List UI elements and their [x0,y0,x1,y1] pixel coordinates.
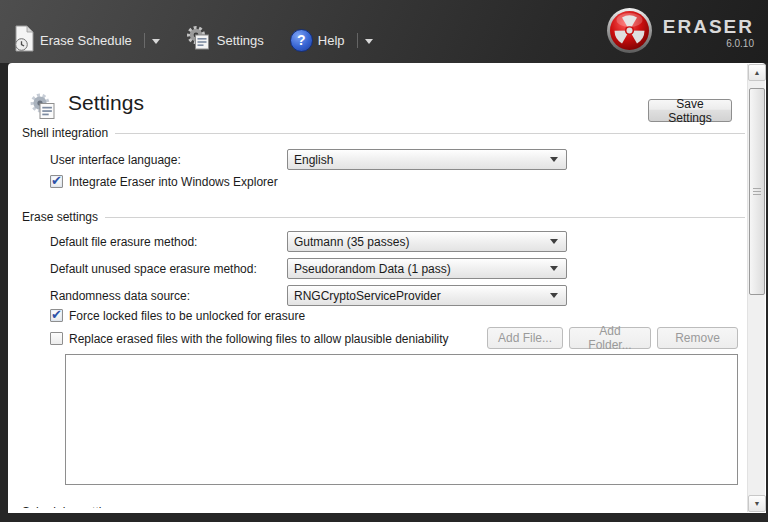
scroll-down-icon: ▼ [754,500,761,507]
vertical-scrollbar[interactable]: ▲ ▼ [747,64,765,512]
force-locked-label: Force locked files to be unlocked for er… [69,309,305,323]
section-erase-settings: Erase settings [22,210,745,224]
settings-gear-icon [186,25,212,55]
erase-schedule-icon [14,25,35,56]
section-divider [105,217,745,218]
chevron-down-icon [550,266,558,271]
chevron-down-icon [550,239,558,244]
section-shell-integration: Shell integration [22,126,745,140]
randomness-source-select[interactable]: RNGCryptoServiceProvider [287,285,567,306]
language-value: English [288,153,550,167]
add-folder-button[interactable]: Add Folder... [569,327,651,349]
erase-schedule-label: Erase Schedule [40,33,132,48]
app-version: 6.0.10 [663,38,754,49]
section-scheduler-title: Scheduler settings [22,505,121,508]
replace-files-checkbox[interactable] [50,332,63,345]
settings-page: Settings Save Settings Shell integration… [8,63,766,513]
unused-space-method-label: Default unused space erasure method: [50,262,257,276]
toolbar-separator [144,33,145,48]
scroll-up-icon: ▲ [754,69,761,76]
randomness-source-value: RNGCryptoServiceProvider [288,289,550,303]
unused-space-method-select[interactable]: Pseudorandom Data (1 pass) [287,258,567,279]
chevron-down-icon[interactable] [365,39,373,44]
default-file-method-select[interactable]: Gutmann (35 passes) [287,231,567,252]
replace-files-row: Replace erased files with the following … [50,332,449,346]
header-bar: Erase Schedule Setti [0,0,768,63]
help-label: Help [318,33,345,48]
replace-files-label: Replace erased files with the following … [69,332,449,346]
section-divider [115,133,745,134]
add-file-button[interactable]: Add File... [487,327,563,349]
language-select[interactable]: English [287,149,567,170]
integrate-explorer-checkbox[interactable] [50,175,63,188]
unused-space-method-value: Pseudorandom Data (1 pass) [288,262,550,276]
force-locked-row: Force locked files to be unlocked for er… [50,309,305,323]
scrollbar-grip-icon [753,188,761,196]
integrate-explorer-row: Integrate Eraser into Windows Explorer [50,175,278,189]
default-file-method-label: Default file erasure method: [50,235,197,249]
scroll-down-button[interactable]: ▼ [748,495,766,512]
settings-label: Settings [217,33,264,48]
radiation-logo-icon [606,7,653,58]
nav-erase-schedule[interactable]: Erase Schedule [14,25,160,56]
app-logo: ERASER 6.0.10 [606,7,754,58]
remove-button[interactable]: Remove [657,327,738,349]
main-toolbar: Erase Schedule Setti [14,24,373,56]
help-icon: ? [290,29,313,52]
page-title: Settings [68,91,144,115]
force-locked-checkbox[interactable] [50,309,63,322]
section-shell-title: Shell integration [22,126,108,140]
chevron-down-icon[interactable] [152,39,160,44]
nav-help[interactable]: ? Help [290,29,373,52]
deniability-file-list[interactable] [65,354,738,485]
nav-settings[interactable]: Settings [186,25,264,55]
language-label: User interface language: [50,153,181,167]
chevron-down-icon [550,157,558,162]
scroll-up-button[interactable]: ▲ [748,64,766,81]
app-name: ERASER [663,17,754,37]
settings-page-icon [30,93,58,125]
scrollbar-thumb[interactable] [749,88,765,295]
chevron-down-icon [550,293,558,298]
integrate-explorer-label: Integrate Eraser into Windows Explorer [69,175,278,189]
randomness-source-label: Randomness data source: [50,289,190,303]
save-settings-button[interactable]: Save Settings [648,99,732,122]
toolbar-separator [357,33,358,48]
section-erase-title: Erase settings [22,210,98,224]
default-file-method-value: Gutmann (35 passes) [288,235,550,249]
section-scheduler-clipped: Scheduler settings [22,502,222,508]
eraser-window: Erase Schedule Setti [0,0,768,522]
